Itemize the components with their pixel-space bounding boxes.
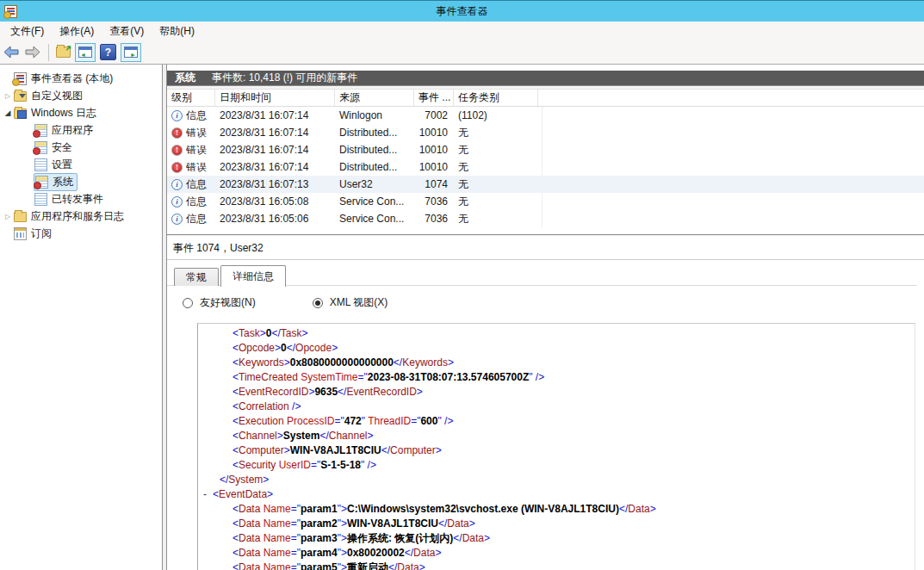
table-row[interactable]: !错误2023/8/31 16:07:14Distributed...10010… bbox=[167, 124, 924, 141]
xml-line: <Computer>WIN-V8AJL1T8CIU</Computer> bbox=[198, 443, 915, 458]
xml-token: Data bbox=[239, 517, 264, 530]
column-header[interactable]: 事件 ... bbox=[414, 90, 454, 106]
xml-token: WIN-V8AJL1T8CIU bbox=[347, 517, 438, 530]
xml-token: Execution bbox=[239, 415, 287, 427]
xml-token: Data bbox=[462, 532, 484, 544]
tree-item[interactable]: ◢Windows 日志 bbox=[0, 104, 162, 121]
event-id-cell: 10010 bbox=[414, 144, 454, 156]
menu-item[interactable]: 文件(F) bbox=[3, 22, 52, 41]
forward-icon[interactable] bbox=[24, 46, 41, 59]
level-label: 错误 bbox=[186, 126, 207, 140]
xml-token: 9635 bbox=[314, 386, 338, 398]
tree-item[interactable]: ▷应用程序和服务日志 bbox=[0, 208, 162, 225]
tab-details[interactable]: 详细信息 bbox=[220, 265, 286, 287]
level-label: 信息 bbox=[186, 108, 207, 123]
friendly-view-radio[interactable]: 友好视图(N) bbox=[183, 295, 256, 310]
column-header[interactable]: 日期和时间 bbox=[215, 90, 335, 106]
tree-item[interactable]: 系统 bbox=[0, 173, 162, 190]
folder-icon bbox=[14, 212, 27, 222]
help-icon[interactable]: ? bbox=[100, 44, 116, 60]
xml-token: 0x80020002 bbox=[347, 547, 405, 559]
console-tree-toggle-icon[interactable]: ◄ bbox=[75, 43, 96, 62]
table-row[interactable]: i信息2023/8/31 16:07:13User321074无 bbox=[167, 176, 924, 193]
datetime-cell: 2023/8/31 16:07:14 bbox=[215, 109, 335, 121]
preview-pane-toggle-icon[interactable]: ► bbox=[121, 43, 141, 62]
table-row[interactable]: i信息2023/8/31 16:05:08Service Con...7036无 bbox=[167, 193, 924, 210]
xml-token: < bbox=[233, 371, 239, 383]
xml-token: </ bbox=[388, 561, 397, 570]
xml-token: < bbox=[233, 503, 239, 515]
collapse-marker[interactable]: - bbox=[203, 487, 207, 502]
xml-view-radio[interactable]: XML 视图(X) bbox=[313, 295, 388, 310]
column-header[interactable]: 任务类别 bbox=[454, 90, 538, 106]
log-alert-icon bbox=[34, 124, 47, 137]
xml-token: 472 bbox=[344, 415, 362, 427]
column-header[interactable]: 级别 bbox=[167, 90, 215, 106]
menu-item[interactable]: 查看(V) bbox=[102, 22, 152, 41]
tree-item[interactable]: ▷自定义视图 bbox=[0, 87, 162, 104]
xml-token: Keywords bbox=[402, 356, 448, 369]
xml-token: 2023-08-31T08:07:13.574605700Z bbox=[368, 371, 529, 383]
radio-circle[interactable] bbox=[183, 298, 193, 308]
radio-circle[interactable] bbox=[313, 298, 323, 308]
level-label: 信息 bbox=[186, 177, 207, 192]
event-table: i信息2023/8/31 16:07:14Winlogon7002(1102)!… bbox=[167, 107, 924, 227]
source-cell: Service Con... bbox=[335, 195, 414, 208]
tree-item[interactable]: 安全 bbox=[0, 139, 162, 156]
expand-collapsed-icon[interactable]: ▷ bbox=[3, 213, 13, 220]
back-icon[interactable] bbox=[3, 46, 20, 59]
table-row[interactable]: i信息2023/8/31 16:07:14Winlogon7002(1102) bbox=[167, 107, 924, 124]
xml-token: System bbox=[283, 430, 320, 442]
log-icon bbox=[34, 158, 47, 171]
xml-token: =" bbox=[411, 415, 420, 427]
xml-token: EventData bbox=[219, 488, 267, 500]
xml-token: Data bbox=[239, 532, 264, 544]
xml-token: Name bbox=[264, 517, 291, 530]
xml-line: <Data Name="param1">C:\Windows\system32\… bbox=[198, 502, 915, 517]
xml-token: > bbox=[436, 444, 442, 456]
xml-token: Name bbox=[264, 547, 291, 559]
table-row[interactable]: !错误2023/8/31 16:07:14Distributed...10010… bbox=[167, 141, 924, 158]
expand-expanded-icon[interactable]: ◢ bbox=[3, 108, 13, 117]
source-cell: User32 bbox=[335, 178, 414, 190]
tree-item-body: 安全 bbox=[34, 139, 76, 156]
source-cell: Distributed... bbox=[335, 161, 414, 173]
tree-item[interactable]: 订阅 bbox=[0, 225, 162, 242]
xml-token: Channel bbox=[239, 430, 277, 442]
tree-item-body: 设置 bbox=[34, 157, 76, 173]
event-viewer-window: 事件查看器 文件(F)操作(A)查看(V)帮助(H) ➜ ◄ ? ► 事件查看器… bbox=[0, 0, 924, 570]
column-header[interactable]: 来源 bbox=[335, 90, 414, 106]
table-row[interactable]: !错误2023/8/31 16:07:14Distributed...10010… bbox=[167, 158, 924, 176]
xml-token: =" bbox=[291, 561, 301, 570]
menu-item[interactable]: 帮助(H) bbox=[152, 22, 202, 41]
xml-token: </ bbox=[319, 430, 328, 442]
toolbar: ➜ ◄ ? ► bbox=[0, 40, 924, 65]
menu-item[interactable]: 操作(A) bbox=[52, 22, 102, 41]
open-saved-log-icon[interactable]: ➜ bbox=[56, 46, 71, 58]
tab-general[interactable]: 常规 bbox=[174, 268, 219, 286]
header-filler bbox=[538, 90, 924, 106]
xml-token: Opcode bbox=[295, 342, 332, 354]
xml-line: -<EventData> bbox=[198, 487, 915, 502]
table-row[interactable]: i信息2023/8/31 16:05:06Service Con...7036无 bbox=[167, 210, 924, 227]
tree-item[interactable]: 设置 bbox=[0, 156, 162, 173]
xml-token: S-1-5-18 bbox=[320, 459, 361, 471]
xml-token: Task bbox=[281, 327, 302, 339]
xml-token: 0x8080000000000000 bbox=[290, 356, 394, 369]
xml-token: < bbox=[233, 327, 239, 339]
tree-item[interactable]: 应用程序 bbox=[0, 121, 162, 139]
expand-collapsed-icon[interactable]: ▷ bbox=[3, 92, 13, 100]
xml-token: > bbox=[419, 561, 425, 570]
tree-item-label: 订阅 bbox=[31, 226, 52, 241]
xml-token: =" bbox=[291, 547, 301, 559]
xml-line: <EventRecordID>9635</EventRecordID> bbox=[198, 385, 915, 400]
event-detail-title: 事件 1074，User32 bbox=[167, 237, 924, 260]
tree-item[interactable]: 已转发事件 bbox=[0, 190, 162, 208]
title-bar[interactable]: 事件查看器 bbox=[0, 0, 924, 22]
tree-item[interactable]: 事件查看器 (本地) bbox=[0, 70, 162, 87]
level-label: 信息 bbox=[186, 195, 207, 209]
xml-token: </ bbox=[438, 517, 447, 530]
level-label: 错误 bbox=[186, 143, 207, 158]
xml-token: < bbox=[233, 430, 239, 442]
xml-token: TimeCreated bbox=[239, 371, 301, 383]
